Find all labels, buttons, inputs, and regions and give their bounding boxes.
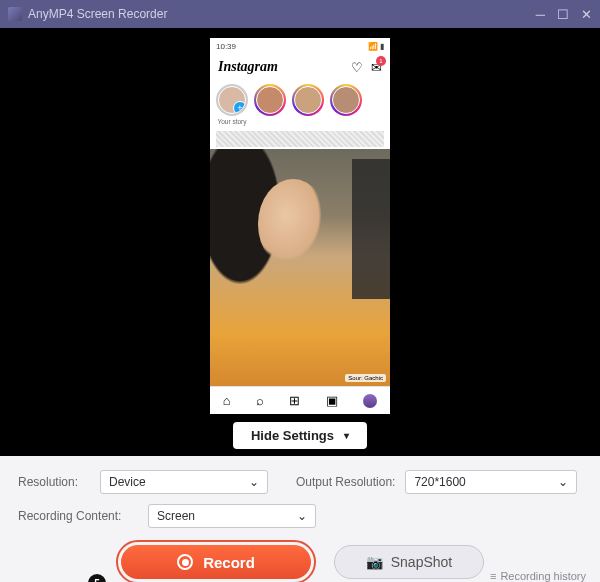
camera-icon: 📷	[366, 554, 383, 570]
recording-content-label: Recording Content:	[18, 509, 138, 523]
home-icon[interactable]: ⌂	[223, 393, 231, 408]
output-resolution-label: Output Resolution:	[296, 475, 395, 489]
recording-content-value: Screen	[157, 509, 195, 523]
action-bar: 5 Record 📷 SnapShot ≡ Recording history	[0, 532, 600, 582]
snapshot-label: SnapShot	[391, 554, 453, 570]
record-label: Record	[203, 554, 255, 571]
chevron-down-icon: ⌄	[249, 475, 259, 489]
list-icon: ≡	[490, 570, 496, 582]
tutorial-step-marker: 5	[88, 574, 106, 582]
instagram-logo: Instagram	[218, 59, 278, 75]
output-resolution-select[interactable]: 720*1600 ⌄	[405, 470, 577, 494]
your-story-label: Your story	[217, 118, 246, 125]
status-time: 10:39	[216, 42, 236, 51]
record-button-highlight: Record	[116, 540, 316, 582]
title-bar: AnyMP4 Screen Recorder ─ ☐ ✕	[0, 0, 600, 28]
your-story[interactable]: Your story	[216, 84, 248, 125]
maximize-button[interactable]: ☐	[557, 8, 569, 21]
phone-preview: 10:39 📶 ▮ Instagram ♡ ✉ 1 Your story	[210, 38, 390, 414]
recording-history-label: Recording history	[500, 570, 586, 582]
heart-icon[interactable]: ♡	[351, 60, 363, 75]
resolution-value: Device	[109, 475, 146, 489]
edit-panel	[352, 159, 390, 299]
record-icon	[177, 554, 193, 570]
app-icon	[8, 7, 22, 21]
phone-status-bar: 10:39 📶 ▮	[210, 38, 390, 54]
instagram-header: Instagram ♡ ✉ 1	[210, 54, 390, 80]
status-icons: 📶 ▮	[368, 42, 384, 51]
story-item[interactable]	[330, 84, 362, 125]
hide-settings-button[interactable]: Hide Settings ▾	[233, 422, 367, 449]
search-icon[interactable]: ⌕	[256, 393, 264, 408]
feed-image: Sour: Gachic	[210, 149, 390, 386]
settings-panel: Resolution: Device ⌄ Output Resolution: …	[0, 456, 600, 532]
minimize-button[interactable]: ─	[536, 8, 545, 21]
story-item[interactable]	[292, 84, 324, 125]
record-button[interactable]: Record	[121, 545, 311, 579]
recording-history-link[interactable]: ≡ Recording history	[490, 570, 586, 582]
output-resolution-value: 720*1600	[414, 475, 465, 489]
add-post-icon[interactable]: ⊞	[289, 393, 300, 408]
snapshot-button[interactable]: 📷 SnapShot	[334, 545, 484, 579]
messenger-icon[interactable]: ✉ 1	[371, 60, 382, 75]
preview-area: 10:39 📶 ▮ Instagram ♡ ✉ 1 Your story	[0, 28, 600, 456]
recording-content-select[interactable]: Screen ⌄	[148, 504, 316, 528]
phone-bottom-nav: ⌂ ⌕ ⊞ ▣	[210, 386, 390, 414]
notification-badge: 1	[376, 56, 386, 66]
feed-meta-placeholder	[216, 131, 384, 147]
close-button[interactable]: ✕	[581, 8, 592, 21]
chevron-down-icon: ▾	[344, 430, 349, 441]
chevron-down-icon: ⌄	[558, 475, 568, 489]
reels-icon[interactable]: ▣	[326, 393, 338, 408]
story-item[interactable]	[254, 84, 286, 125]
stories-row: Your story	[210, 80, 390, 129]
window-title: AnyMP4 Screen Recorder	[28, 7, 167, 21]
resolution-select[interactable]: Device ⌄	[100, 470, 268, 494]
profile-avatar[interactable]	[363, 394, 377, 408]
image-attribution: Sour: Gachic	[345, 374, 386, 382]
hide-settings-label: Hide Settings	[251, 428, 334, 443]
chevron-down-icon: ⌄	[297, 509, 307, 523]
resolution-label: Resolution:	[18, 475, 90, 489]
